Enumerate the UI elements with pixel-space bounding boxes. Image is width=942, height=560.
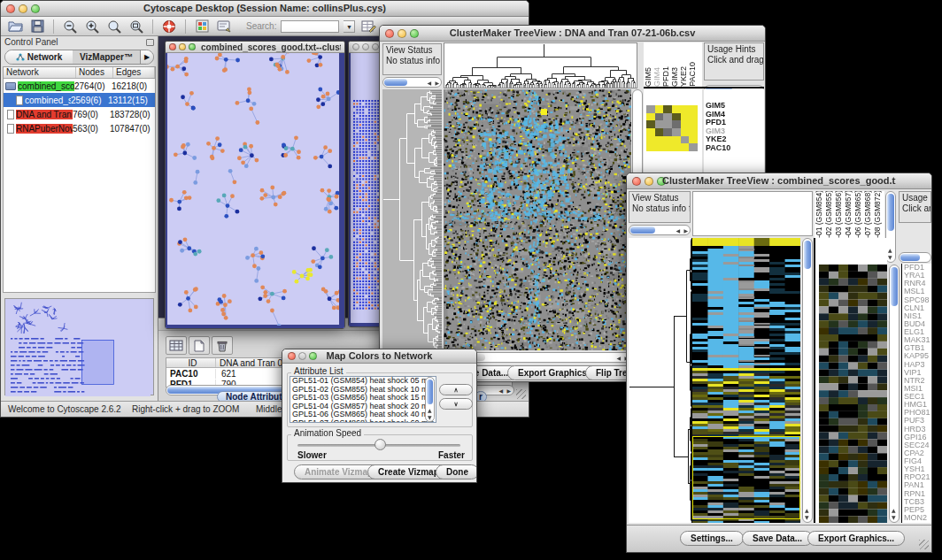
zoom-in-icon[interactable] (83, 19, 101, 35)
matrix-cell[interactable] (646, 143, 655, 151)
network-table-row[interactable]: combined_scores 2764(0) 16218(0) (4, 79, 155, 93)
gene-label[interactable]: MON2 (902, 514, 932, 522)
float-panel-icon[interactable] (146, 39, 154, 46)
minimize-icon[interactable] (398, 29, 406, 38)
tab-network[interactable]: Network (5, 50, 73, 64)
export-graphics-button[interactable]: Export Graphics... (807, 531, 905, 546)
search-dropdown-icon[interactable]: ▼ (344, 20, 355, 33)
search-input[interactable] (281, 20, 339, 33)
row-dendrogram[interactable] (382, 89, 442, 350)
slider-thumb[interactable] (374, 439, 386, 450)
heatmap-canvas[interactable] (692, 238, 800, 523)
attribute-select-icon[interactable] (166, 336, 187, 355)
move-down-button[interactable]: ∨ (439, 398, 473, 410)
window-titlebar[interactable]: combined_scores_good.txt--cluste... (166, 42, 344, 53)
settings-button[interactable]: Settings... (680, 531, 744, 546)
matrix-cell[interactable] (663, 136, 672, 144)
tab-overflow-arrow-icon[interactable]: ▶ (140, 50, 153, 64)
matrix-cell[interactable] (681, 120, 690, 128)
minimize-icon[interactable] (179, 43, 186, 50)
minimize-icon[interactable] (645, 177, 653, 186)
matrix-cell[interactable] (663, 105, 672, 113)
window-titlebar[interactable]: Map Colors to Network (282, 349, 476, 364)
column-label[interactable]: YKE2 (679, 66, 688, 87)
help-lifering-icon[interactable] (160, 19, 178, 35)
attribute-item[interactable]: GPL51-07 (GSM868) heat shock 60 min (290, 419, 436, 424)
matrix-cell[interactable] (655, 105, 664, 113)
matrix-cell[interactable] (655, 120, 664, 128)
heatmap-canvas[interactable] (444, 89, 631, 350)
matrix-cell[interactable] (663, 120, 672, 128)
open-file-icon[interactable] (6, 19, 24, 35)
matrix-cell[interactable] (672, 128, 681, 136)
delete-attribute-trash-icon[interactable] (212, 336, 233, 355)
matrix-cell[interactable] (646, 120, 655, 128)
matrix-cell[interactable] (655, 143, 664, 151)
zoom-window-icon[interactable] (309, 352, 317, 360)
network-table-header[interactable]: Network Nodes Edges (4, 67, 155, 79)
close-icon[interactable] (169, 43, 176, 50)
column-dendrogram[interactable] (444, 42, 637, 88)
move-up-button[interactable]: ∧ (439, 384, 473, 395)
minimize-icon[interactable] (362, 43, 369, 50)
minimize-icon[interactable] (19, 4, 27, 13)
close-icon[interactable] (288, 352, 296, 360)
matrix-cell[interactable] (681, 113, 690, 121)
usage-hints-hscrollbar[interactable] (899, 252, 931, 263)
zoom-heatmap-canvas[interactable] (819, 265, 887, 523)
new-attribute-icon[interactable] (189, 336, 210, 355)
matrix-cell[interactable] (663, 113, 672, 121)
close-icon[interactable] (6, 4, 15, 13)
view-status-hscrollbar[interactable]: ◀▶ (382, 77, 442, 88)
matrix-cell[interactable] (672, 105, 681, 113)
matrix-cell[interactable] (681, 128, 690, 136)
matrix-cell[interactable] (646, 128, 655, 136)
column-label[interactable]: GIM5 (644, 67, 652, 87)
network-table-row[interactable]: RNAPuberNov2+1 563(0) 107847(0) (4, 121, 155, 135)
column-label[interactable]: PFD1 (661, 66, 670, 87)
annotation-icon[interactable] (215, 19, 233, 35)
attribute-editor-icon[interactable] (359, 19, 377, 35)
matrix-cell[interactable] (646, 105, 655, 113)
matrix-cell[interactable] (689, 120, 698, 128)
matrix-cell[interactable] (689, 136, 698, 144)
matrix-cell[interactable] (672, 136, 681, 144)
matrix-cell[interactable] (655, 136, 664, 144)
row-dendrogram[interactable] (629, 238, 692, 523)
close-icon[interactable] (352, 43, 359, 50)
attribute-list-vscrollbar[interactable]: ▲▼ (425, 377, 435, 422)
matrix-cell[interactable] (689, 105, 698, 113)
zoom-selected-icon[interactable] (105, 19, 123, 35)
birdseye-overview[interactable] (4, 298, 154, 395)
window-titlebar[interactable]: Cytoscape Desktop (Session Name: collins… (1, 1, 529, 17)
network-table-row[interactable]: DNA and Tran 07 769(0) 183728(0) (4, 107, 155, 121)
matrix-cell[interactable] (689, 128, 698, 136)
zoom-window-icon[interactable] (372, 43, 379, 50)
matrix-cell[interactable] (681, 143, 690, 151)
zoom-out-icon[interactable] (61, 19, 79, 35)
network-view-canvas[interactable] (166, 53, 344, 328)
column-label[interactable]: PAC10 (688, 62, 697, 87)
network-table-row[interactable]: combined_sco 2569(6) 13112(15) (4, 93, 155, 107)
save-session-icon[interactable] (28, 19, 46, 35)
zoom-window-icon[interactable] (189, 43, 196, 50)
column-label[interactable]: GIM3 (670, 67, 679, 87)
matrix-row-label[interactable]: PAC10 (704, 144, 764, 153)
close-icon[interactable] (385, 29, 394, 38)
matrix-cell[interactable] (681, 105, 690, 113)
matrix-cell[interactable] (646, 113, 655, 121)
matrix-cell[interactable] (655, 128, 664, 136)
matrix-cell[interactable] (663, 128, 672, 136)
done-button[interactable]: Done (436, 464, 477, 479)
zoom-vscrollbar[interactable]: ▲▼ (889, 265, 900, 523)
matrix-cell[interactable] (663, 143, 672, 151)
vizmapper-icon[interactable] (193, 19, 211, 35)
matrix-cell[interactable] (672, 120, 681, 128)
column-label[interactable]: GIM4 (652, 67, 661, 87)
matrix-cell[interactable] (672, 113, 681, 121)
close-icon[interactable] (632, 177, 641, 186)
matrix-cell[interactable] (646, 136, 655, 144)
matrix-cell[interactable] (689, 143, 698, 151)
heatmap-vscrollbar[interactable]: ▲▼ (802, 238, 813, 523)
view-status-hscrollbar[interactable]: ◀▶ (629, 225, 691, 235)
